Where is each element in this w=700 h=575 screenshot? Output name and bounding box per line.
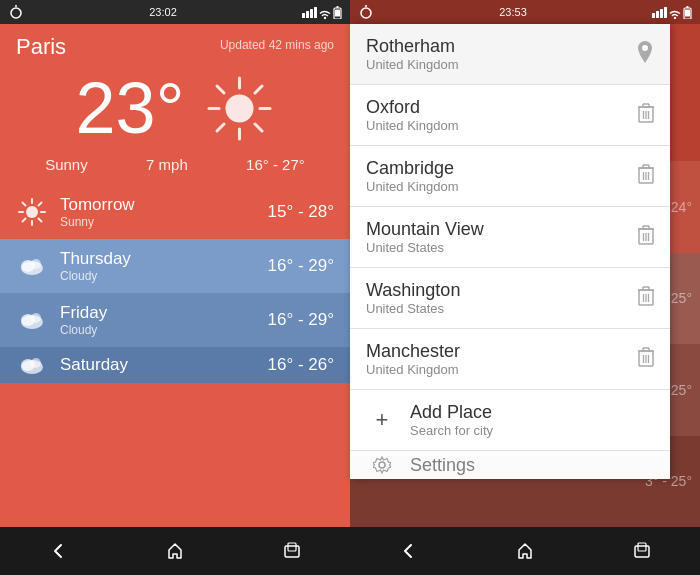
place-item-cambridge[interactable]: Cambridge United Kingdom <box>350 146 670 207</box>
wind-text: 7 mph <box>146 156 188 173</box>
svg-rect-5 <box>314 7 317 18</box>
temperature: 23° <box>76 72 185 144</box>
cambridge-info: Cambridge United Kingdom <box>366 158 638 194</box>
cambridge-name: Cambridge <box>366 158 638 179</box>
status-icons-left <box>8 5 24 19</box>
mountain-view-name: Mountain View <box>366 219 638 240</box>
weather-details: Sunny 7 mph 16° - 27° <box>0 152 350 185</box>
place-item-manchester[interactable]: Manchester United Kingdom <box>350 329 670 390</box>
notification-icon-right <box>358 5 374 19</box>
svg-line-25 <box>39 203 42 206</box>
mountain-view-trash-icon[interactable] <box>638 225 654 250</box>
forecast-row-saturday[interactable]: Saturday 16° - 26° <box>0 347 350 383</box>
back-button-left[interactable] <box>38 531 78 571</box>
back-icon-right <box>398 541 418 561</box>
home-button-right[interactable] <box>505 531 545 571</box>
add-place-subtitle: Search for city <box>410 423 654 438</box>
svg-point-33 <box>31 313 41 323</box>
back-icon <box>48 541 68 561</box>
right-status-icons-right <box>652 5 692 19</box>
system-icons-right <box>652 5 692 19</box>
svg-line-15 <box>255 124 262 131</box>
weather-icon <box>204 73 274 143</box>
pin-icon <box>636 41 654 63</box>
tomorrow-icon <box>16 196 48 228</box>
thursday-icon <box>16 250 48 282</box>
svg-rect-42 <box>656 11 659 18</box>
forecast-row-thursday[interactable]: Thursday Cloudy 16° - 29° <box>0 239 350 293</box>
trash-icon-3 <box>638 225 654 245</box>
washington-trash-icon[interactable] <box>638 286 654 311</box>
notification-icon <box>8 5 24 19</box>
svg-line-17 <box>217 124 224 131</box>
friday-icon <box>16 304 48 336</box>
svg-rect-3 <box>306 11 309 18</box>
svg-point-6 <box>324 17 326 19</box>
svg-rect-9 <box>335 10 340 17</box>
washington-country: United States <box>366 301 638 316</box>
svg-rect-41 <box>652 13 655 18</box>
svg-line-23 <box>23 203 26 206</box>
add-icon: + <box>366 404 398 436</box>
phone-right: 23:53 9° - 24° 9° - 25° 0° - <box>350 0 700 575</box>
svg-point-90 <box>379 462 385 468</box>
add-place-title: Add Place <box>410 402 654 423</box>
saturday-icon <box>16 349 48 381</box>
svg-point-39 <box>361 8 371 18</box>
tomorrow-condition: Sunny <box>60 215 267 229</box>
recents-button-right[interactable] <box>622 531 662 571</box>
home-icon <box>165 541 185 561</box>
svg-point-0 <box>11 8 21 18</box>
time-right: 23:53 <box>499 6 527 18</box>
tomorrow-info: Tomorrow Sunny <box>60 195 267 229</box>
temp-section: 23° <box>0 64 350 152</box>
svg-rect-38 <box>288 543 296 551</box>
place-item-washington[interactable]: Washington United States <box>350 268 670 329</box>
friday-name: Friday <box>60 303 267 323</box>
settings-item[interactable]: Settings <box>350 451 670 479</box>
manchester-trash-icon[interactable] <box>638 347 654 372</box>
svg-point-49 <box>642 45 648 51</box>
svg-rect-2 <box>302 13 305 18</box>
svg-point-18 <box>225 94 253 122</box>
system-icons-left <box>302 5 342 19</box>
manchester-name: Manchester <box>366 341 638 362</box>
place-item-oxford[interactable]: Oxford United Kingdom <box>350 85 670 146</box>
temp-range-text: 16° - 27° <box>246 156 305 173</box>
rotherham-pin-icon[interactable] <box>636 41 654 68</box>
saturday-temp: 16° - 26° <box>267 355 334 375</box>
oxford-trash-icon[interactable] <box>638 103 654 128</box>
trash-icon-2 <box>638 164 654 184</box>
settings-label: Settings <box>410 455 475 476</box>
friday-info: Friday Cloudy <box>60 303 267 337</box>
trash-icon-4 <box>638 286 654 306</box>
svg-rect-44 <box>664 7 667 18</box>
tomorrow-sun-icon <box>18 198 46 226</box>
status-bar-left: 23:02 <box>0 0 350 24</box>
svg-rect-43 <box>660 9 663 18</box>
back-button-right[interactable] <box>388 531 428 571</box>
city-name: Paris <box>16 34 66 60</box>
thursday-condition: Cloudy <box>60 269 267 283</box>
place-item-rotherham[interactable]: Rotherham United Kingdom <box>350 24 670 85</box>
thursday-cloud-icon <box>18 252 46 280</box>
rotherham-country: United Kingdom <box>366 57 636 72</box>
home-icon-right <box>515 541 535 561</box>
saturday-name: Saturday <box>60 355 267 375</box>
forecast-row-tomorrow[interactable]: Tomorrow Sunny 15° - 28° <box>0 185 350 239</box>
saturday-info: Saturday <box>60 355 267 375</box>
home-button-left[interactable] <box>155 531 195 571</box>
time-left: 23:02 <box>149 6 177 18</box>
recents-button-left[interactable] <box>272 531 312 571</box>
svg-point-30 <box>31 259 41 269</box>
cambridge-trash-icon[interactable] <box>638 164 654 189</box>
svg-line-26 <box>23 219 26 222</box>
place-item-mountain-view[interactable]: Mountain View United States <box>350 207 670 268</box>
svg-rect-48 <box>685 10 690 17</box>
forecast-row-friday[interactable]: Friday Cloudy 16° - 29° <box>0 293 350 347</box>
settings-icon <box>366 451 398 479</box>
condition-text: Sunny <box>45 156 88 173</box>
thursday-info: Thursday Cloudy <box>60 249 267 283</box>
rotherham-info: Rotherham United Kingdom <box>366 36 636 72</box>
add-place-item[interactable]: + Add Place Search for city <box>350 390 670 451</box>
